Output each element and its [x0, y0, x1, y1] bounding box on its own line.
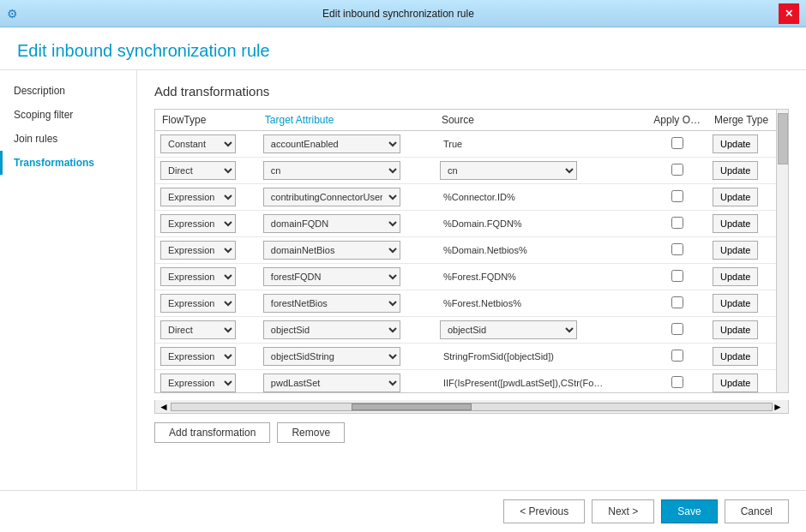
h-scroll-right-arrow[interactable]: ►: [773, 401, 785, 413]
merge-button[interactable]: Update: [713, 241, 758, 260]
flowtype-cell: ConstantDirectExpression: [155, 317, 258, 344]
action-buttons: Add transformation Remove: [154, 422, 789, 443]
h-scroll-track[interactable]: [171, 403, 773, 411]
flowtype-select[interactable]: ConstantDirectExpression: [160, 134, 236, 153]
target-select[interactable]: cn: [263, 161, 400, 180]
apply-checkbox[interactable]: [671, 137, 683, 149]
flowtype-select[interactable]: ConstantDirectExpression: [160, 267, 236, 286]
flowtype-select[interactable]: ConstantDirectExpression: [160, 347, 236, 366]
h-scroll-thumb[interactable]: [352, 403, 472, 410]
flowtype-cell: ConstantDirectExpression: [155, 158, 258, 184]
flowtype-cell: ConstantDirectExpression: [155, 290, 258, 317]
target-select[interactable]: domainFQDN: [263, 214, 400, 233]
transformations-table: FlowType Target Attribute Source Apply O…: [155, 110, 776, 392]
table-row: ConstantDirectExpressioncontributingConn…: [155, 184, 776, 211]
target-cell: forestNetBios: [258, 290, 435, 317]
merge-button[interactable]: Update: [713, 267, 758, 286]
flowtype-select[interactable]: ConstantDirectExpression: [160, 188, 236, 206]
merge-button[interactable]: Update: [713, 134, 758, 153]
merge-cell: Update: [707, 344, 776, 370]
merge-cell: Update: [707, 290, 776, 317]
source-text: StringFromSid([objectSid]): [440, 350, 557, 363]
apply-checkbox[interactable]: [671, 243, 683, 255]
flowtype-cell: ConstantDirectExpression: [155, 211, 258, 237]
source-cell: StringFromSid([objectSid]): [435, 344, 647, 370]
table-scroll-area: FlowType Target Attribute Source Apply O…: [155, 110, 788, 392]
sidebar-item-description[interactable]: Description: [0, 79, 136, 103]
h-scroll-left-arrow[interactable]: ◄: [159, 401, 171, 413]
flowtype-cell: ConstantDirectExpression: [155, 237, 258, 264]
apply-cell: [647, 131, 707, 158]
target-cell: contributingConnectorUser: [258, 184, 435, 211]
apply-checkbox[interactable]: [671, 190, 683, 202]
target-cell: domainNetBios: [258, 237, 435, 264]
apply-checkbox[interactable]: [671, 376, 683, 388]
close-button[interactable]: ✕: [779, 3, 799, 24]
flowtype-select[interactable]: ConstantDirectExpression: [160, 214, 236, 233]
apply-checkbox[interactable]: [671, 296, 683, 308]
flowtype-select[interactable]: ConstantDirectExpression: [160, 241, 236, 260]
apply-cell: [647, 184, 707, 211]
col-flowtype: FlowType: [155, 110, 258, 131]
target-select[interactable]: pwdLastSet: [263, 374, 400, 392]
table-row: ConstantDirectExpressionobjectSidobjectS…: [155, 317, 776, 344]
apply-checkbox[interactable]: [671, 164, 683, 176]
target-select[interactable]: contributingConnectorUser: [263, 188, 400, 206]
merge-button[interactable]: Update: [713, 294, 758, 313]
merge-cell: Update: [707, 237, 776, 264]
app-icon: ⚙: [7, 7, 18, 21]
merge-button[interactable]: Update: [713, 214, 758, 233]
source-select[interactable]: cn: [440, 161, 577, 180]
horizontal-scroll-bar[interactable]: ◄ ►: [154, 400, 789, 414]
source-select[interactable]: objectSid: [440, 320, 577, 339]
apply-checkbox[interactable]: [671, 350, 683, 362]
source-cell: %Connector.ID%: [435, 184, 647, 211]
vertical-scrollbar[interactable]: [776, 110, 788, 392]
title-bar: ⚙ Edit inbound synchronization rule ✕: [0, 0, 806, 27]
sidebar-item-scoping-filter[interactable]: Scoping filter: [0, 103, 136, 127]
apply-checkbox[interactable]: [671, 217, 683, 229]
table-row: ConstantDirectExpressiondomainFQDN%Domai…: [155, 211, 776, 237]
merge-button[interactable]: Update: [713, 320, 758, 339]
flowtype-select[interactable]: ConstantDirectExpression: [160, 294, 236, 313]
target-cell: objectSid: [258, 317, 435, 344]
target-select[interactable]: forestNetBios: [263, 294, 400, 313]
merge-button[interactable]: Update: [713, 161, 758, 180]
apply-checkbox[interactable]: [671, 323, 683, 335]
target-select[interactable]: objectSidString: [263, 347, 400, 366]
target-select[interactable]: forestFQDN: [263, 267, 400, 286]
sidebar-item-join-rules[interactable]: Join rules: [0, 127, 136, 151]
merge-cell: Update: [707, 184, 776, 211]
flowtype-select[interactable]: ConstantDirectExpression: [160, 161, 236, 180]
scroll-thumb[interactable]: [778, 113, 788, 164]
flowtype-select[interactable]: ConstantDirectExpression: [160, 374, 236, 392]
target-select[interactable]: accountEnabled: [263, 134, 400, 153]
table-row: ConstantDirectExpressionpwdLastSetIIF(Is…: [155, 370, 776, 393]
target-cell: cn: [258, 158, 435, 184]
target-cell: domainFQDN: [258, 211, 435, 237]
next-button[interactable]: Next >: [592, 499, 654, 523]
previous-button[interactable]: < Previous: [503, 499, 585, 523]
window-title: Edit inbound synchronization rule: [18, 8, 779, 20]
add-transformation-button[interactable]: Add transformation: [154, 422, 270, 443]
merge-button[interactable]: Update: [713, 188, 758, 206]
target-select[interactable]: objectSid: [263, 320, 400, 339]
target-select[interactable]: domainNetBios: [263, 241, 400, 260]
sidebar-item-transformations[interactable]: Transformations: [0, 151, 136, 175]
source-text: %Domain.FQDN%: [440, 217, 526, 230]
save-button[interactable]: Save: [661, 499, 717, 523]
table-wrapper[interactable]: FlowType Target Attribute Source Apply O…: [155, 110, 776, 392]
target-cell: accountEnabled: [258, 131, 435, 158]
col-source: Source: [435, 110, 647, 131]
merge-cell: Update: [707, 158, 776, 184]
apply-cell: [647, 264, 707, 290]
remove-button[interactable]: Remove: [277, 422, 345, 443]
apply-checkbox[interactable]: [671, 270, 683, 282]
merge-button[interactable]: Update: [713, 347, 758, 366]
table-row: ConstantDirectExpressionforestFQDN%Fores…: [155, 264, 776, 290]
flowtype-select[interactable]: ConstantDirectExpression: [160, 320, 236, 339]
flowtype-cell: ConstantDirectExpression: [155, 370, 258, 393]
col-target: Target Attribute: [258, 110, 435, 131]
cancel-button[interactable]: Cancel: [725, 499, 789, 523]
merge-button[interactable]: Update: [713, 374, 758, 392]
